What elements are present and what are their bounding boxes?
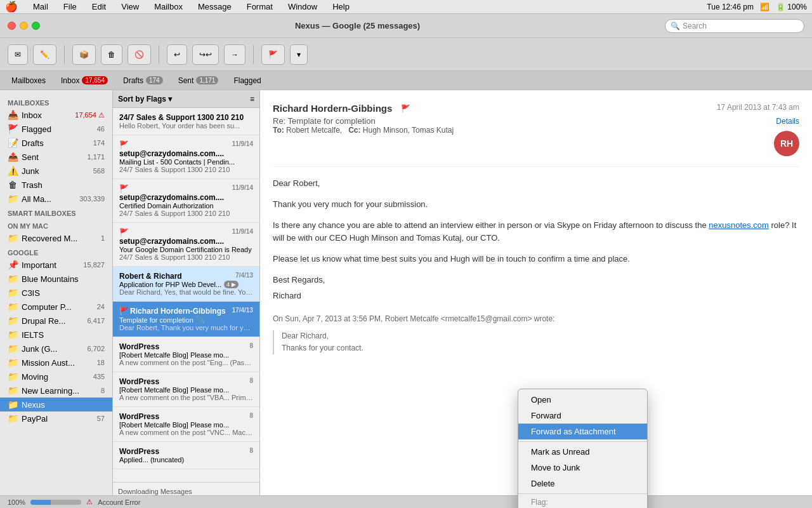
menu-mailbox[interactable]: Mailbox [152, 2, 185, 11]
sidebar-item-moving[interactable]: 📁 Moving 435 [0, 370, 112, 384]
ctx-forward-attachment[interactable]: Forward as Attachment [518, 424, 647, 439]
moving-count: 435 [93, 373, 105, 380]
list-item[interactable]: WordPress 8 Applied... (truncated) [113, 442, 259, 469]
sent-icon: 📤 [8, 152, 18, 162]
compose-button[interactable]: ✏️ [33, 44, 56, 65]
tab-flagged[interactable]: Flagged [227, 74, 267, 88]
list-item[interactable]: 🚩setup@crazydomains.com.... 11/9/14 Cert… [113, 179, 259, 223]
sidebar-item-flagged[interactable]: 🚩 Flagged 46 [0, 122, 112, 136]
main-content: MAILBOXES 📥 Inbox 17,654 ⚠ 🚩 Flagged 46 … [0, 90, 812, 508]
sidebar-item-nexus[interactable]: 📁 Nexus [0, 398, 112, 411]
statusbar: 100% ⚠ Account Error [0, 495, 812, 508]
menu-file[interactable]: File [61, 2, 79, 11]
mailboxes-header: MAILBOXES [0, 95, 112, 108]
folder-icon: 📁 [8, 274, 18, 284]
menu-help[interactable]: Help [330, 2, 352, 11]
sidebar-item-ielts[interactable]: 📁 IELTS [0, 328, 112, 342]
reply-button[interactable]: ↩ [167, 44, 187, 65]
sidebar-allmail-label: All Ma... [22, 194, 75, 204]
delete-button[interactable]: 🗑 [101, 44, 122, 65]
avatar: RH [774, 131, 799, 156]
list-item[interactable]: WordPress 8 [Robert Metcalfe Blog] Pleas… [113, 337, 259, 372]
menu-view[interactable]: View [119, 2, 141, 11]
chevron-down-icon: ▾ [297, 50, 301, 59]
sidebar-item-recovered[interactable]: 📁 Recovered M... 1 [0, 231, 112, 245]
list-item[interactable]: 24/7 Sales & Support 1300 210 210 Hello … [113, 108, 259, 135]
context-menu: Open Forward Forward as Attachment Mark … [518, 389, 648, 508]
sidebar-item-trash[interactable]: 🗑 Trash [0, 178, 112, 192]
sidebar-drupal-label: Drupal Re... [22, 316, 83, 326]
recovered-count: 1 [101, 234, 105, 242]
smart-mailboxes-header: Smart Mailboxes [0, 206, 112, 218]
forward-button[interactable]: → [224, 44, 246, 65]
allmail-count: 303,339 [79, 195, 105, 203]
ctx-mark-unread[interactable]: Mark as Unread [518, 444, 647, 460]
flag-button[interactable]: 🚩 [261, 44, 285, 65]
ctx-delete[interactable]: Delete [518, 476, 647, 491]
list-item[interactable]: WordPress 8 [Robert Metcalfe Blog] Pleas… [113, 372, 259, 407]
menu-window[interactable]: Window [285, 2, 320, 11]
message-date: 11/9/14 [232, 184, 253, 202]
tab-mailboxes[interactable]: Mailboxes [5, 74, 52, 88]
list-item[interactable]: WordPress 8 [Robert Metcalfe Blog] Pleas… [113, 407, 259, 442]
sidebar-item-blue-mountains[interactable]: 📁 Blue Mountains [0, 272, 112, 286]
message-preview: 24/7 Sales & Support 1300 210 210 [119, 166, 253, 173]
list-item[interactable]: 🚩Richard Hordern-Gibbings 17/4/13 Templa… [113, 302, 259, 337]
junk-button[interactable]: 🚫 [128, 44, 151, 65]
close-button[interactable] [8, 22, 16, 30]
sidebar-item-inbox[interactable]: 📥 Inbox 17,654 ⚠ [0, 108, 112, 122]
sent-count: 1,171 [87, 153, 105, 161]
drafts-badge: 174 [146, 76, 163, 84]
list-item[interactable]: 🚩setup@crazydomains.com.... 11/9/14 Your… [113, 223, 259, 267]
reply-all-icon: ↪↩ [199, 50, 212, 59]
sidebar-item-important[interactable]: 📌 Important 15,827 [0, 258, 112, 272]
sidebar-item-drafts[interactable]: 📝 Drafts 174 [0, 136, 112, 150]
ctx-open[interactable]: Open [518, 392, 647, 408]
flag-dropdown-button[interactable]: ▾ [290, 44, 308, 65]
menu-edit[interactable]: Edit [89, 2, 108, 11]
message-list-header[interactable]: Sort by Flags ▾ ≡ [113, 90, 259, 108]
message-sender: 🚩Richard Hordern-Gibbings 17/4/13 [119, 307, 253, 316]
tab-sent[interactable]: Sent 1,171 [172, 74, 225, 88]
minimize-button[interactable] [20, 22, 28, 30]
sidebar-c3is-label: C3IS [22, 288, 105, 298]
mission-count: 18 [97, 359, 105, 366]
get-mail-button[interactable]: ✉ [8, 44, 28, 65]
menu-message[interactable]: Message [195, 2, 234, 11]
sidebar-item-allmail[interactable]: 📁 All Ma... 303,339 [0, 192, 112, 206]
sidebar-item-junk[interactable]: ⚠️ Junk 568 [0, 164, 112, 178]
details-link[interactable]: Details [776, 117, 799, 126]
folder-icon-2: 📁 [8, 288, 18, 298]
reply-all-button[interactable]: ↪↩ [192, 44, 219, 65]
apple-menu[interactable]: 🍎 [5, 1, 18, 13]
toolbar: ✉ ✏️ 📦 🗑 🚫 ↩ ↪↩ → 🚩 ▾ [0, 38, 812, 71]
search-bar[interactable]: 🔍 Search [665, 19, 804, 33]
tab-drafts[interactable]: Drafts 174 [117, 74, 169, 88]
sidebar-item-computer-p[interactable]: 📁 Computer P... 24 [0, 300, 112, 314]
ctx-move-junk[interactable]: Move to Junk [518, 460, 647, 476]
sidebar-item-drupal[interactable]: 📁 Drupal Re... 6,417 [0, 314, 112, 328]
menu-format[interactable]: Format [244, 2, 275, 11]
sidebar-item-c3is[interactable]: 📁 C3IS [0, 286, 112, 300]
list-item[interactable]: Robert & Richard 7/4/13 Application for … [113, 267, 259, 302]
maximize-button[interactable] [32, 22, 40, 30]
archive-button[interactable]: 📦 [72, 44, 96, 65]
flagged-icon: 🚩 [8, 124, 18, 134]
sidebar-item-mission[interactable]: 📁 Mission Aust... 18 [0, 356, 112, 370]
sidebar-item-sent[interactable]: 📤 Sent 1,171 [0, 150, 112, 164]
menu-mail[interactable]: Mail [30, 2, 51, 11]
account-error-icon: ⚠ [86, 498, 93, 506]
sidebar-item-junk-g[interactable]: 📁 Junk (G... 6,702 [0, 342, 112, 356]
message-preview: A new comment on the post "VBA... Primer… [119, 394, 253, 401]
message-subject: Your Google Domain Certification is Read… [119, 246, 253, 253]
ctx-forward[interactable]: Forward [518, 408, 647, 424]
list-options-icon[interactable]: ≡ [250, 95, 254, 104]
message-sender: 🚩setup@crazydomains.com.... 11/9/14 [119, 228, 253, 246]
inbox-count: 17,654 ⚠ [75, 111, 105, 119]
message-sender: WordPress 8 [119, 342, 253, 351]
sidebar-item-paypal[interactable]: 📁 PayPal 57 [0, 411, 112, 425]
list-item[interactable]: 🚩setup@crazydomains.com.... 11/9/14 Mail… [113, 135, 259, 179]
nexus-link[interactable]: nexusnotes.com [709, 220, 769, 230]
tab-inbox[interactable]: Inbox 17,654 [55, 74, 114, 88]
sidebar-item-new-learning[interactable]: 📁 New Learning... 8 [0, 384, 112, 398]
